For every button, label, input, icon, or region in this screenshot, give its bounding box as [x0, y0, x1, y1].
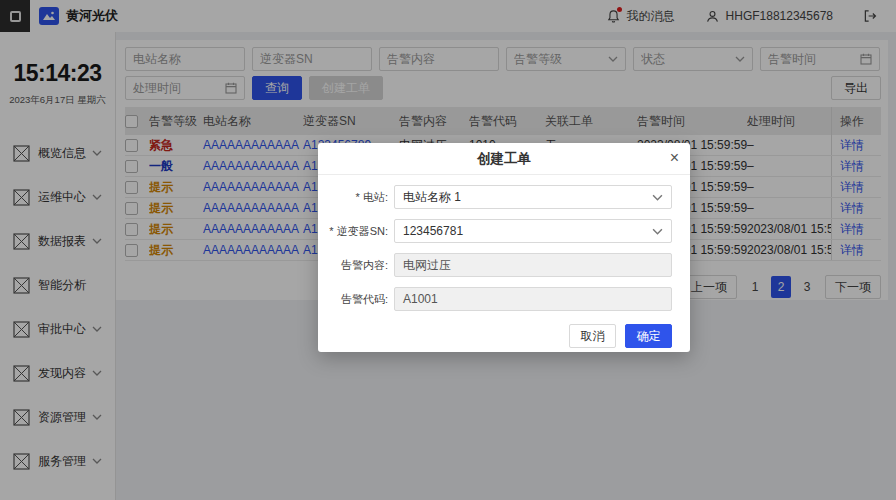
- sn-field-label: * 逆变器SN:: [326, 224, 388, 239]
- station-field-select[interactable]: 电站名称 1: [394, 185, 672, 209]
- modal-footer: 取消 确定: [318, 324, 690, 348]
- content-field-row: 告警内容: 电网过压: [318, 253, 690, 277]
- station-field-row: * 电站: 电站名称 1: [318, 185, 690, 209]
- sn-field-value: 123456781: [403, 224, 652, 238]
- content-field-label: 告警内容:: [326, 258, 388, 273]
- modal-header: 创建工单 ×: [318, 143, 690, 175]
- sn-field-row: * 逆变器SN: 123456781: [318, 219, 690, 243]
- chevron-down-icon: [652, 228, 663, 235]
- station-field-value: 电站名称 1: [403, 189, 652, 206]
- sn-field-select[interactable]: 123456781: [394, 219, 672, 243]
- chevron-down-icon: [652, 194, 663, 201]
- confirm-button[interactable]: 确定: [625, 324, 672, 348]
- content-field-input: 电网过压: [394, 253, 672, 277]
- modal-title: 创建工单: [477, 150, 531, 168]
- code-field-row: 告警代码: A1001: [318, 287, 690, 311]
- station-field-label: * 电站:: [326, 190, 388, 205]
- create-order-modal: 创建工单 × * 电站: 电站名称 1 * 逆变器SN: 123456781 告…: [318, 143, 690, 352]
- close-icon[interactable]: ×: [670, 148, 679, 167]
- cancel-button[interactable]: 取消: [569, 324, 616, 348]
- code-field-label: 告警代码:: [326, 292, 388, 307]
- code-field-input: A1001: [394, 287, 672, 311]
